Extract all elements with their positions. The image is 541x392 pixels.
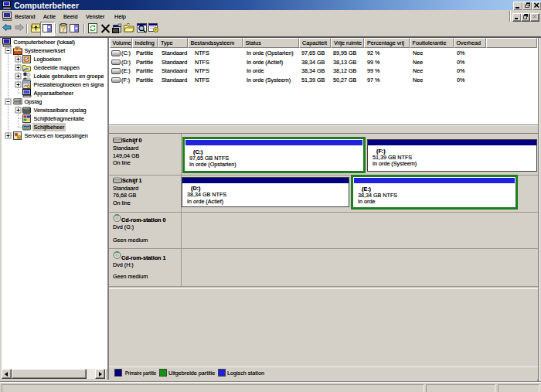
svg-text:?: ? [61,25,66,33]
